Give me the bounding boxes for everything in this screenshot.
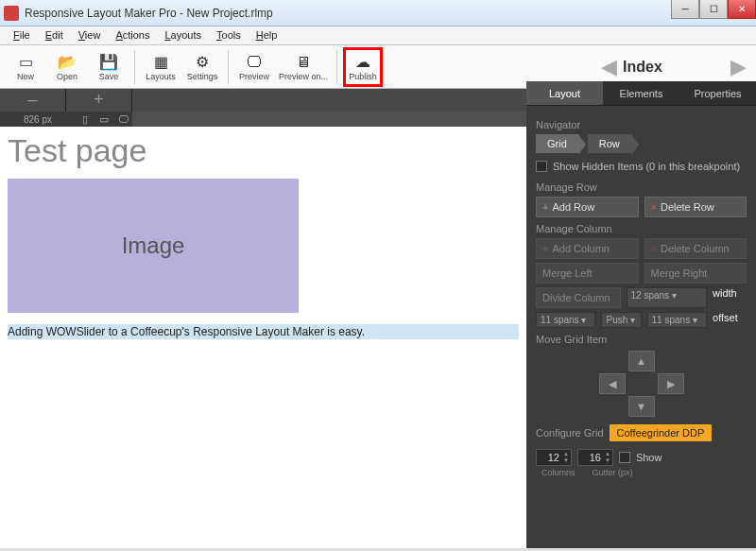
grid-icon: ▦ xyxy=(151,53,170,72)
gutter-sublabel: Gutter (px) xyxy=(593,468,633,477)
delete-row-button[interactable]: ×Delete Row xyxy=(644,197,747,217)
menu-tools[interactable]: Tools xyxy=(209,26,249,44)
delete-column-button[interactable]: ×Delete Column xyxy=(644,238,747,259)
move-left-button[interactable]: ◀ xyxy=(599,373,626,394)
show-hidden-label: Show Hidden Items (0 in this breakpoint) xyxy=(553,161,740,172)
open-button[interactable]: 📂Open xyxy=(47,47,87,87)
dpad: ▲ ▼ ◀ ▶ xyxy=(599,351,684,417)
columns-spinner[interactable]: ▲▼ xyxy=(536,449,572,466)
merge-left-button[interactable]: Merge Left xyxy=(536,263,639,284)
move-up-button[interactable]: ▲ xyxy=(628,351,655,371)
configure-grid-label: Configure Grid xyxy=(536,427,604,439)
app-icon xyxy=(4,6,19,21)
gutter-input[interactable] xyxy=(578,450,603,465)
monitor-icon: 🖵 xyxy=(245,53,264,72)
disk-icon: 💾 xyxy=(99,53,118,72)
device-desktop-icon[interactable]: 🖵 xyxy=(113,113,132,125)
gutter-down[interactable]: ▼ xyxy=(603,457,612,464)
move-right-button[interactable]: ▶ xyxy=(658,373,684,394)
panel-tabs: Layout Elements Properties xyxy=(526,81,756,106)
menu-help[interactable]: Help xyxy=(249,26,285,44)
minimize-button[interactable]: ─ xyxy=(671,0,699,19)
columns-down[interactable]: ▼ xyxy=(561,457,571,464)
show-hidden-checkbox[interactable] xyxy=(536,161,547,172)
window-controls: ─ ☐ ✕ xyxy=(671,0,756,19)
tab-layout[interactable]: Layout xyxy=(526,81,603,106)
settings-button[interactable]: ⚙Settings xyxy=(182,47,222,87)
move-down-button[interactable]: ▼ xyxy=(628,396,655,417)
columns-sublabel: Columns xyxy=(541,468,576,477)
cloud-upload-icon: ☁ xyxy=(353,53,372,72)
offset-spans-select-2[interactable]: 11 spans ▾ xyxy=(647,312,707,328)
separator xyxy=(134,50,135,84)
zoom-out-button[interactable]: – xyxy=(0,89,66,112)
offset-spans-select[interactable]: 11 spans ▾ xyxy=(536,312,595,328)
save-button[interactable]: 💾Save xyxy=(89,47,129,87)
columns-up[interactable]: ▲ xyxy=(561,451,571,457)
close-button[interactable]: ✕ xyxy=(728,0,756,19)
side-panel: Layout Elements Properties Navigator Gri… xyxy=(526,81,756,548)
crumb-grid[interactable]: Grid xyxy=(536,134,578,153)
manage-column-label: Manage Column xyxy=(536,223,747,234)
tab-elements[interactable]: Elements xyxy=(603,81,679,106)
device-tablet-icon[interactable]: ▭ xyxy=(94,113,113,126)
window-title: Responsive Layout Maker Pro - New Projec… xyxy=(25,7,273,20)
add-row-button[interactable]: +Add Row xyxy=(536,197,639,217)
publish-button[interactable]: ☁Publish xyxy=(343,47,383,87)
gutter-up[interactable]: ▲ xyxy=(603,451,612,457)
separator xyxy=(336,50,337,84)
push-select[interactable]: Push ▾ xyxy=(601,312,641,328)
move-grid-label: Move Grid Item xyxy=(536,334,747,345)
menu-layouts[interactable]: Layouts xyxy=(157,26,209,44)
folder-icon: 📂 xyxy=(58,53,77,72)
merge-right-button[interactable]: Merge Right xyxy=(644,263,747,284)
menu-file[interactable]: File xyxy=(6,26,38,44)
menu-bar: File Edit View Actions Layouts Tools Hel… xyxy=(0,26,756,45)
offset-label: offset xyxy=(713,312,747,328)
menu-edit[interactable]: Edit xyxy=(38,26,71,44)
menu-actions[interactable]: Actions xyxy=(108,26,157,44)
show-grid-label: Show xyxy=(636,452,662,463)
grid-name-badge[interactable]: Coffeegrinder DDP xyxy=(610,424,713,441)
gear-icon: ⚙ xyxy=(193,53,212,72)
devices-icon: 🖥 xyxy=(294,53,313,72)
add-column-button[interactable]: +Add Column xyxy=(536,238,639,259)
show-hidden-row[interactable]: Show Hidden Items (0 in this breakpoint) xyxy=(536,161,747,172)
maximize-button[interactable]: ☐ xyxy=(699,0,728,19)
navigator-label: Navigator xyxy=(536,119,747,130)
zoom-in-button[interactable]: + xyxy=(66,89,132,112)
tab-properties[interactable]: Properties xyxy=(679,81,756,106)
preview-on-button[interactable]: 🖥Preview on... xyxy=(276,47,331,87)
image-placeholder[interactable]: Image xyxy=(8,179,299,313)
crumb-row[interactable]: Row xyxy=(588,134,631,153)
divide-column-button[interactable]: Divide Column xyxy=(536,287,621,308)
width-label: width xyxy=(713,287,747,308)
new-button[interactable]: ▭New xyxy=(6,47,45,87)
manage-row-label: Manage Row xyxy=(536,181,747,193)
layouts-button[interactable]: ▦Layouts xyxy=(141,47,180,87)
menu-view[interactable]: View xyxy=(71,26,109,44)
width-spans-select[interactable]: 12 spans ▾ xyxy=(627,287,708,308)
gutter-spinner[interactable]: ▲▼ xyxy=(577,449,613,466)
file-icon: ▭ xyxy=(16,53,35,72)
show-grid-checkbox[interactable] xyxy=(619,452,630,463)
breadcrumb: Grid Row xyxy=(536,134,747,153)
device-phone-icon[interactable]: ▯ xyxy=(76,113,94,126)
canvas[interactable]: Test page Image Adding WOWSlider to a Co… xyxy=(0,127,526,548)
title-bar: Responsive Layout Maker Pro - New Projec… xyxy=(0,0,756,26)
preview-button[interactable]: 🖵Preview xyxy=(234,47,274,87)
columns-input[interactable] xyxy=(537,450,561,465)
body-text[interactable]: Adding WOWSlider to a Coffeecup's Respon… xyxy=(8,324,519,339)
width-label: 826 px xyxy=(0,114,76,125)
page-title[interactable]: Test page xyxy=(0,127,526,175)
separator xyxy=(228,50,229,84)
